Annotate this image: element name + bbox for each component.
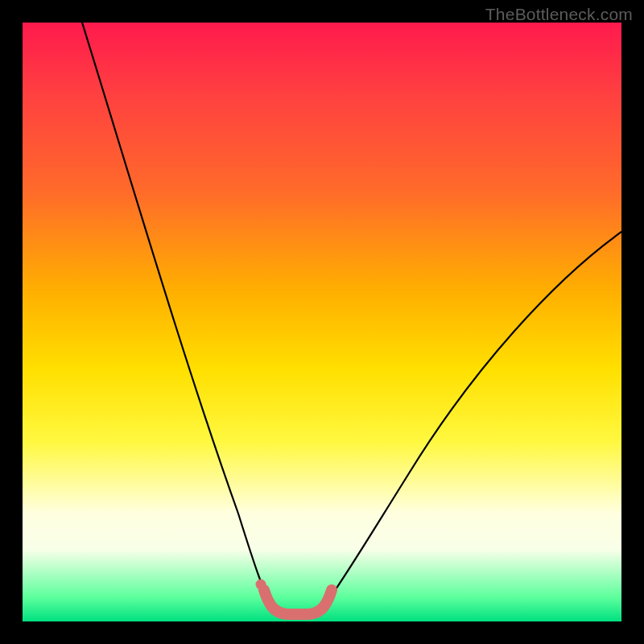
chart-svg <box>23 23 621 621</box>
plot-area <box>23 23 621 621</box>
optimal-zone-marker <box>264 590 332 614</box>
bottleneck-curve <box>82 23 621 614</box>
outer-frame: TheBottleneck.com <box>0 0 644 644</box>
watermark-text: TheBottleneck.com <box>485 5 633 24</box>
optimal-zone-dot <box>256 580 266 590</box>
